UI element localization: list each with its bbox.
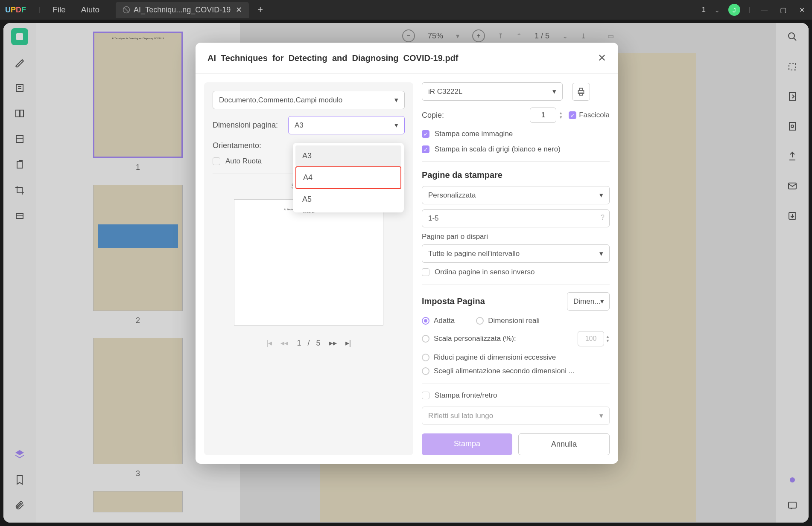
prev-page-button[interactable]: ◂◂ <box>280 338 288 348</box>
fit-label: Adatta <box>434 317 455 325</box>
scale-up[interactable]: ▲ <box>606 334 610 339</box>
dialog-title: AI_Techniques_for_Detecting_and_Diagnosi… <box>207 53 459 63</box>
collate-label: Fascicola <box>579 111 610 119</box>
preview-pager: |◂ ◂◂ 1 / 5 ▸▸ ▸| <box>213 338 405 348</box>
next-page-button[interactable]: ▸▸ <box>329 338 337 348</box>
menu-file[interactable]: File <box>45 5 73 15</box>
collate-checkbox[interactable]: ✓ <box>569 111 576 119</box>
setup-section-title: Imposta Pagina <box>422 296 485 306</box>
reverse-order-label: Ordina pagine in senso inverso <box>435 268 535 276</box>
page-range-input[interactable] <box>422 209 610 227</box>
orientation-label: Orientamento: <box>213 141 281 150</box>
chevron-down-icon: ▾ <box>599 411 603 420</box>
help-icon[interactable]: ? <box>601 214 605 221</box>
actual-size-label: Dimensioni reali <box>488 317 540 325</box>
dropdown-option-a3[interactable]: A3 <box>295 145 401 166</box>
dialog-close-button[interactable]: ✕ <box>598 52 606 64</box>
pager-current: 1 <box>297 339 301 347</box>
pages-select[interactable]: Personalizzata ▾ <box>422 186 610 204</box>
titlebar: UPDF | File Aiuto AI_Techniqu...ng_COVID… <box>0 0 812 20</box>
tab-close-icon[interactable]: ✕ <box>236 5 242 15</box>
chevron-down-icon: ▾ <box>600 297 604 306</box>
custom-scale-input[interactable] <box>578 331 604 346</box>
shrink-radio[interactable] <box>422 354 429 361</box>
preview-page: AI Techniques for Detecting and Diagnosi… <box>234 199 383 325</box>
content-select[interactable]: Documento,Commento,Campi modulo ▾ <box>213 91 405 109</box>
flip-select[interactable]: Rifletti sul lato lungo ▾ <box>422 407 610 425</box>
settings-column: iR C3222L ▾ Copie: ▲▼ ✓ Fascicola ✓ Stam… <box>422 82 610 455</box>
grayscale-checkbox[interactable]: ✓ <box>422 145 429 153</box>
grayscale-label: Stampa in scala di grigi (bianco e nero) <box>435 145 561 154</box>
close-window-button[interactable]: ✕ <box>797 5 807 15</box>
add-tab-button[interactable]: + <box>257 4 263 15</box>
print-button[interactable]: Stampa <box>422 433 512 455</box>
last-page-button[interactable]: ▸| <box>345 338 351 348</box>
app-logo: UPDF <box>5 6 26 15</box>
tab-label: AI_Techniqu...ng_COVID-19 <box>134 6 231 15</box>
copies-input[interactable] <box>530 108 556 123</box>
svg-line-1 <box>124 7 129 12</box>
printer-icon <box>576 87 586 96</box>
reverse-order-checkbox[interactable] <box>422 268 429 276</box>
printer-select[interactable]: iR C3222L ▾ <box>422 82 563 101</box>
chevron-down-icon: ▾ <box>394 96 398 105</box>
minimize-button[interactable]: — <box>759 5 769 15</box>
user-avatar[interactable]: J <box>728 4 740 16</box>
odd-even-select[interactable]: Tutte le pagine nell'intervallo ▾ <box>422 244 610 263</box>
copies-down[interactable]: ▼ <box>559 115 563 119</box>
copies-up[interactable]: ▲ <box>559 111 563 115</box>
tab-count: 1 <box>701 6 705 14</box>
fit-radio[interactable] <box>422 317 429 325</box>
shrink-label: Riduci pagine di dimensioni eccessive <box>434 353 556 362</box>
chevron-down-icon: ▾ <box>599 191 603 200</box>
auto-rotate-checkbox[interactable] <box>213 157 220 165</box>
custom-scale-label: Scala personalizzata (%): <box>434 334 516 343</box>
print-as-image-checkbox[interactable]: ✓ <box>422 130 429 138</box>
page-size-dropdown: A3 A4 A5 <box>293 143 404 212</box>
document-tab[interactable]: AI_Techniqu...ng_COVID-19 ✕ <box>116 2 249 18</box>
dimension-select[interactable]: Dimen... ▾ <box>567 292 610 311</box>
odd-even-label: Pagine pari o dispari <box>422 232 610 241</box>
copies-label: Copie: <box>422 111 444 120</box>
svg-rect-23 <box>579 88 582 90</box>
print-dialog: AI_Techniques_for_Detecting_and_Diagnosi… <box>196 43 618 464</box>
chevron-down-icon: ▾ <box>599 249 603 258</box>
auto-rotate-label: Auto Ruota <box>225 157 262 166</box>
cancel-button[interactable]: Annulla <box>518 433 610 455</box>
duplex-checkbox[interactable] <box>422 392 429 399</box>
printer-properties-button[interactable] <box>572 83 590 101</box>
actual-size-radio[interactable] <box>476 317 484 325</box>
menu-help[interactable]: Aiuto <box>73 5 107 15</box>
scale-down[interactable]: ▼ <box>606 339 610 343</box>
custom-scale-radio[interactable] <box>422 335 429 343</box>
dropdown-option-a4[interactable]: A4 <box>295 166 401 189</box>
preview-column: Documento,Commento,Campi modulo ▾ Dimens… <box>204 82 413 455</box>
document-icon <box>123 6 130 14</box>
maximize-button[interactable]: ▢ <box>778 5 788 15</box>
dropdown-option-a5[interactable]: A5 <box>295 189 401 210</box>
chevron-down-icon[interactable]: ⌄ <box>714 6 720 14</box>
print-as-image-label: Stampa come immagine <box>435 130 513 138</box>
page-size-label: Dimensioni pagina: <box>213 121 283 130</box>
pages-section-title: Pagine da stampare <box>422 170 610 180</box>
chevron-down-icon: ▾ <box>552 87 556 96</box>
pager-total: 5 <box>316 339 321 347</box>
chevron-down-icon: ▾ <box>394 121 398 130</box>
paper-source-radio[interactable] <box>422 367 429 375</box>
page-size-select[interactable]: A3 ▾ <box>288 116 405 134</box>
paper-source-label: Scegli alimentazione secondo dimensioni … <box>434 367 575 375</box>
duplex-label: Stampa fronte/retro <box>435 391 497 400</box>
first-page-button[interactable]: |◂ <box>266 338 272 348</box>
